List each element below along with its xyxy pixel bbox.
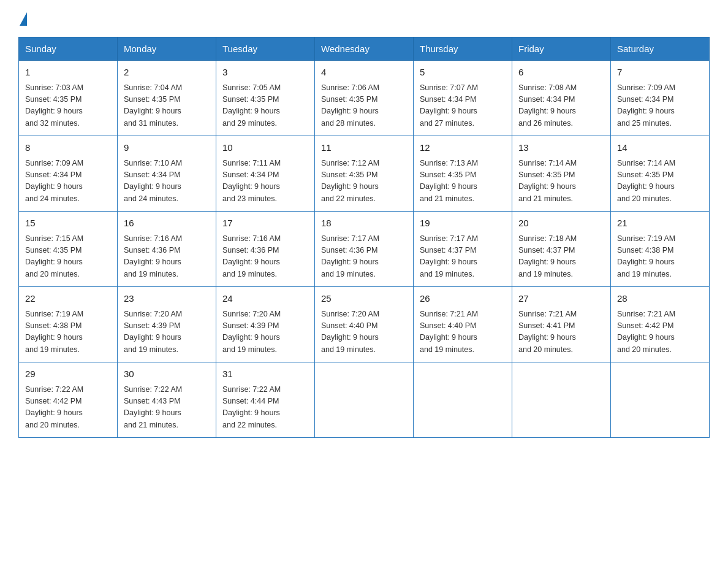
- calendar-week-row: 29Sunrise: 7:22 AMSunset: 4:42 PMDayligh…: [19, 362, 710, 438]
- day-info: Sunrise: 7:19 AMSunset: 4:38 PMDaylight:…: [25, 308, 111, 356]
- day-number: 1: [25, 66, 111, 80]
- calendar-day-cell: 5Sunrise: 7:07 AMSunset: 4:34 PMDaylight…: [414, 61, 512, 136]
- day-info: Sunrise: 7:14 AMSunset: 4:35 PMDaylight:…: [617, 158, 703, 205]
- day-info: Sunrise: 7:10 AMSunset: 4:34 PMDaylight:…: [124, 158, 210, 205]
- calendar-week-row: 22Sunrise: 7:19 AMSunset: 4:38 PMDayligh…: [19, 287, 710, 362]
- day-number: 4: [321, 66, 407, 80]
- day-number: 7: [617, 66, 703, 80]
- day-number: 24: [222, 292, 308, 306]
- day-info: Sunrise: 7:17 AMSunset: 4:36 PMDaylight:…: [321, 233, 407, 281]
- day-info: Sunrise: 7:21 AMSunset: 4:41 PMDaylight:…: [518, 308, 604, 356]
- day-number: 28: [617, 292, 703, 306]
- calendar-day-cell: 14Sunrise: 7:14 AMSunset: 4:35 PMDayligh…: [611, 136, 710, 212]
- day-header-sunday: Sunday: [19, 37, 118, 61]
- day-header-tuesday: Tuesday: [216, 37, 315, 61]
- day-number: 6: [518, 66, 604, 80]
- calendar-day-cell: 12Sunrise: 7:13 AMSunset: 4:35 PMDayligh…: [414, 136, 512, 212]
- day-info: Sunrise: 7:22 AMSunset: 4:43 PMDaylight:…: [124, 384, 210, 432]
- day-header-saturday: Saturday: [611, 37, 710, 61]
- calendar-week-row: 1Sunrise: 7:03 AMSunset: 4:35 PMDaylight…: [19, 61, 710, 136]
- day-info: Sunrise: 7:22 AMSunset: 4:42 PMDaylight:…: [25, 384, 111, 432]
- day-number: 21: [617, 216, 703, 231]
- page-header: [18, 12, 710, 26]
- calendar-week-row: 8Sunrise: 7:09 AMSunset: 4:34 PMDaylight…: [19, 136, 710, 212]
- day-number: 17: [222, 216, 308, 231]
- day-info: Sunrise: 7:09 AMSunset: 4:34 PMDaylight:…: [25, 158, 111, 205]
- day-header-thursday: Thursday: [414, 37, 512, 61]
- day-info: Sunrise: 7:21 AMSunset: 4:42 PMDaylight:…: [617, 308, 703, 356]
- day-number: 23: [124, 292, 210, 306]
- day-number: 20: [518, 216, 604, 231]
- calendar-day-cell: 25Sunrise: 7:20 AMSunset: 4:40 PMDayligh…: [315, 287, 414, 362]
- day-header-monday: Monday: [118, 37, 216, 61]
- day-number: 5: [420, 66, 506, 80]
- calendar-day-cell: [512, 362, 611, 438]
- day-number: 12: [420, 141, 506, 155]
- calendar-day-cell: 18Sunrise: 7:17 AMSunset: 4:36 PMDayligh…: [315, 212, 414, 287]
- day-info: Sunrise: 7:03 AMSunset: 4:35 PMDaylight:…: [25, 82, 111, 130]
- day-header-wednesday: Wednesday: [315, 37, 414, 61]
- day-info: Sunrise: 7:20 AMSunset: 4:39 PMDaylight:…: [222, 308, 308, 356]
- calendar-day-cell: [414, 362, 512, 438]
- day-number: 8: [25, 141, 111, 155]
- day-number: 19: [420, 216, 506, 231]
- day-info: Sunrise: 7:12 AMSunset: 4:35 PMDaylight:…: [321, 158, 407, 205]
- calendar-day-cell: 24Sunrise: 7:20 AMSunset: 4:39 PMDayligh…: [216, 287, 315, 362]
- day-info: Sunrise: 7:18 AMSunset: 4:37 PMDaylight:…: [518, 233, 604, 281]
- calendar-day-cell: 31Sunrise: 7:22 AMSunset: 4:44 PMDayligh…: [216, 362, 315, 438]
- calendar-day-cell: 19Sunrise: 7:17 AMSunset: 4:37 PMDayligh…: [414, 212, 512, 287]
- day-header-friday: Friday: [512, 37, 611, 61]
- calendar-table: SundayMondayTuesdayWednesdayThursdayFrid…: [18, 37, 710, 438]
- calendar-day-cell: 30Sunrise: 7:22 AMSunset: 4:43 PMDayligh…: [118, 362, 216, 438]
- day-info: Sunrise: 7:17 AMSunset: 4:37 PMDaylight:…: [420, 233, 506, 281]
- day-info: Sunrise: 7:09 AMSunset: 4:34 PMDaylight:…: [617, 82, 703, 130]
- calendar-day-cell: 28Sunrise: 7:21 AMSunset: 4:42 PMDayligh…: [611, 287, 710, 362]
- calendar-day-cell: 27Sunrise: 7:21 AMSunset: 4:41 PMDayligh…: [512, 287, 611, 362]
- day-number: 2: [124, 66, 210, 80]
- day-number: 25: [321, 292, 407, 306]
- day-info: Sunrise: 7:22 AMSunset: 4:44 PMDaylight:…: [222, 384, 308, 432]
- day-number: 26: [420, 292, 506, 306]
- calendar-day-cell: 3Sunrise: 7:05 AMSunset: 4:35 PMDaylight…: [216, 61, 315, 136]
- day-number: 15: [25, 216, 111, 231]
- day-number: 11: [321, 141, 407, 155]
- calendar-day-cell: 4Sunrise: 7:06 AMSunset: 4:35 PMDaylight…: [315, 61, 414, 136]
- day-number: 18: [321, 216, 407, 231]
- calendar-day-cell: 1Sunrise: 7:03 AMSunset: 4:35 PMDaylight…: [19, 61, 118, 136]
- day-info: Sunrise: 7:21 AMSunset: 4:40 PMDaylight:…: [420, 308, 506, 356]
- day-info: Sunrise: 7:04 AMSunset: 4:35 PMDaylight:…: [124, 82, 210, 130]
- calendar-day-cell: 2Sunrise: 7:04 AMSunset: 4:35 PMDaylight…: [118, 61, 216, 136]
- calendar-day-cell: 20Sunrise: 7:18 AMSunset: 4:37 PMDayligh…: [512, 212, 611, 287]
- day-info: Sunrise: 7:15 AMSunset: 4:35 PMDaylight:…: [25, 233, 111, 281]
- logo: [18, 12, 27, 26]
- day-info: Sunrise: 7:16 AMSunset: 4:36 PMDaylight:…: [222, 233, 308, 281]
- day-info: Sunrise: 7:20 AMSunset: 4:39 PMDaylight:…: [124, 308, 210, 356]
- day-info: Sunrise: 7:11 AMSunset: 4:34 PMDaylight:…: [222, 158, 308, 205]
- day-number: 10: [222, 141, 308, 155]
- calendar-header-row: SundayMondayTuesdayWednesdayThursdayFrid…: [19, 37, 710, 61]
- day-number: 27: [518, 292, 604, 306]
- calendar-day-cell: 17Sunrise: 7:16 AMSunset: 4:36 PMDayligh…: [216, 212, 315, 287]
- calendar-week-row: 15Sunrise: 7:15 AMSunset: 4:35 PMDayligh…: [19, 212, 710, 287]
- calendar-day-cell: 11Sunrise: 7:12 AMSunset: 4:35 PMDayligh…: [315, 136, 414, 212]
- calendar-day-cell: 10Sunrise: 7:11 AMSunset: 4:34 PMDayligh…: [216, 136, 315, 212]
- day-info: Sunrise: 7:19 AMSunset: 4:38 PMDaylight:…: [617, 233, 703, 281]
- logo-triangle-icon: [20, 12, 27, 26]
- calendar-day-cell: [315, 362, 414, 438]
- calendar-day-cell: 16Sunrise: 7:16 AMSunset: 4:36 PMDayligh…: [118, 212, 216, 287]
- day-number: 9: [124, 141, 210, 155]
- day-number: 13: [518, 141, 604, 155]
- calendar-day-cell: 26Sunrise: 7:21 AMSunset: 4:40 PMDayligh…: [414, 287, 512, 362]
- day-number: 16: [124, 216, 210, 231]
- day-number: 14: [617, 141, 703, 155]
- day-number: 29: [25, 367, 111, 381]
- calendar-day-cell: 13Sunrise: 7:14 AMSunset: 4:35 PMDayligh…: [512, 136, 611, 212]
- calendar-day-cell: 22Sunrise: 7:19 AMSunset: 4:38 PMDayligh…: [19, 287, 118, 362]
- day-number: 31: [222, 367, 308, 381]
- calendar-day-cell: 29Sunrise: 7:22 AMSunset: 4:42 PMDayligh…: [19, 362, 118, 438]
- calendar-day-cell: 6Sunrise: 7:08 AMSunset: 4:34 PMDaylight…: [512, 61, 611, 136]
- calendar-day-cell: 21Sunrise: 7:19 AMSunset: 4:38 PMDayligh…: [611, 212, 710, 287]
- calendar-day-cell: [611, 362, 710, 438]
- day-number: 3: [222, 66, 308, 80]
- day-info: Sunrise: 7:06 AMSunset: 4:35 PMDaylight:…: [321, 82, 407, 130]
